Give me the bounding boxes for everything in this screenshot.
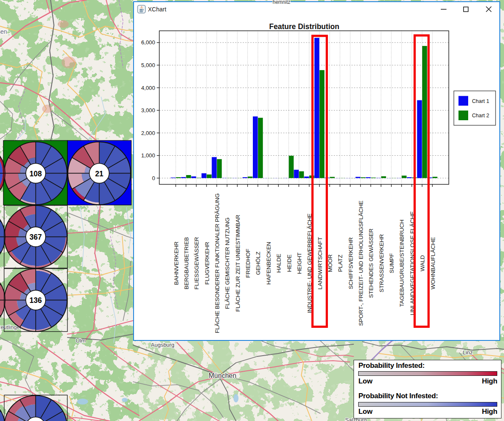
svg-text:sen: sen [0, 28, 7, 35]
svg-text:0: 0 [152, 175, 155, 181]
svg-text:SUMPF: SUMPF [389, 253, 395, 273]
svg-text:WALD: WALD [419, 255, 426, 272]
svg-text:Ulm: Ulm [76, 337, 86, 344]
svg-text:HAFENBECKEN: HAFENBECKEN [265, 242, 272, 284]
svg-text:FRIEDHOF: FRIEDHOF [245, 249, 251, 278]
svg-text:108: 108 [29, 170, 42, 178]
svg-text:Linz: Linz [463, 349, 473, 356]
svg-text:4,000: 4,000 [141, 85, 155, 91]
svg-text:FLIESSGEWÄSSER: FLIESSGEWÄSSER [193, 237, 200, 289]
svg-text:136: 136 [29, 296, 42, 305]
svg-text:Feature Distribution: Feature Distribution [269, 22, 339, 31]
svg-text:BAHNVERKEHR: BAHNVERKEHR [173, 241, 180, 285]
svg-text:TAGEBAU/GRUBE/STEINBRUCH: TAGEBAU/GRUBE/STEINBRUCH [399, 220, 405, 307]
svg-text:HEIGHT: HEIGHT [296, 252, 303, 274]
svg-text:5,000: 5,000 [141, 62, 155, 68]
svg-text:PLATZ: PLATZ [337, 254, 343, 272]
svg-text:FLÄCHE BESONDERER FUNKTIONALER: FLÄCHE BESONDERER FUNKTIONALER PRÄGUNG [214, 193, 220, 333]
svg-text:HALDE: HALDE [276, 254, 282, 273]
svg-text:FLUGVERKEHR: FLUGVERKEHR [204, 242, 210, 285]
svg-text:2,000: 2,000 [141, 130, 155, 136]
svg-text:FLÄCHE GEMISCHTER NUTZUNG: FLÄCHE GEMISCHTER NUTZUNG [224, 218, 231, 309]
svg-text:LANDWIRTSCHAFT: LANDWIRTSCHAFT [317, 237, 323, 289]
svg-text:FLÄCHE ZUR ZEIT UNBESTIMMBAR: FLÄCHE ZUR ZEIT UNBESTIMMBAR [235, 215, 241, 312]
svg-text:STEHENDES GEWÄSSER: STEHENDES GEWÄSSER [368, 229, 374, 298]
svg-text:München: München [209, 372, 236, 379]
svg-text:BERGBAUBETRIEB: BERGBAUBETRIEB [183, 237, 190, 289]
svg-text:STRASSENVERKEHR: STRASSENVERKEHR [378, 234, 385, 292]
svg-text:SPORT-, FREIZEIT- UND ERHOLUNG: SPORT-, FREIZEIT- UND ERHOLUNGSFLÄCHE [358, 201, 364, 326]
svg-text:XChart: XChart [148, 6, 166, 13]
svg-text:SCHIFFSVERKEHR: SCHIFFSVERKEHR [348, 237, 354, 289]
svg-text:MOOR: MOOR [327, 254, 333, 272]
svg-text:Chart 1: Chart 1 [472, 98, 489, 104]
svg-text:6,000: 6,000 [141, 39, 155, 46]
svg-text:21: 21 [95, 170, 104, 178]
svg-text:Augsburg: Augsburg [151, 342, 174, 348]
svg-text:HEIDE: HEIDE [286, 254, 292, 272]
svg-text:WOHNBAUFLÄCHE: WOHNBAUFLÄCHE [430, 237, 436, 289]
svg-text:GEHÖLZ: GEHÖLZ [255, 251, 261, 275]
svg-text:Chart 2: Chart 2 [472, 113, 489, 119]
svg-text:3,000: 3,000 [141, 107, 155, 113]
svg-text:367: 367 [29, 233, 42, 241]
svg-text:1,000: 1,000 [141, 152, 155, 159]
